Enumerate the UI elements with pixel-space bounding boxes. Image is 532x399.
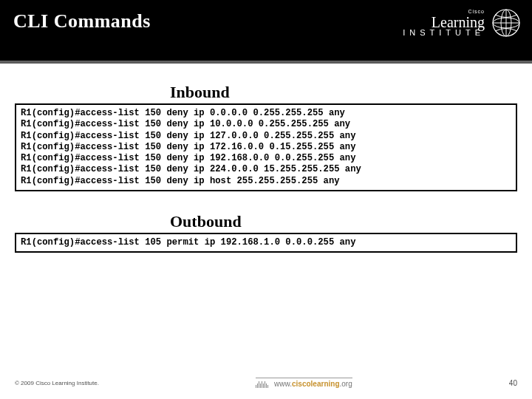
logo-cisco-text: Cisco — [403, 9, 485, 14]
outbound-code-box: R1(config)#access-list 105 permit ip 192… — [15, 233, 517, 253]
page-number: 40 — [509, 379, 517, 387]
slide-footer: © 2009 Cisco Learning Institute. www.cis… — [0, 374, 532, 392]
copyright-text: © 2009 Cisco Learning Institute. — [15, 380, 99, 386]
outbound-heading: Outbound — [170, 212, 517, 231]
code-line: R1(config)#access-list 105 permit ip 192… — [21, 237, 355, 248]
code-line: R1(config)#access-list 150 deny ip 192.1… — [21, 153, 355, 163]
inbound-code-box: R1(config)#access-list 150 deny ip 0.0.0… — [15, 103, 517, 191]
code-line: R1(config)#access-list 150 deny ip host … — [21, 176, 340, 186]
url-www: www. — [274, 380, 292, 388]
code-line: R1(config)#access-list 150 deny ip 224.0… — [21, 164, 361, 174]
globe-icon — [491, 7, 522, 38]
slide-content: Inbound R1(config)#access-list 150 deny … — [0, 64, 532, 253]
slide-title: CLI Commands — [13, 7, 151, 33]
footer-url: www.ciscolearning.org — [256, 378, 352, 388]
inbound-heading: Inbound — [170, 83, 517, 102]
code-line: R1(config)#access-list 150 deny ip 10.0.… — [21, 119, 350, 129]
title-bar: CLI Commands Cisco Learning INSTITUTE — [0, 0, 532, 61]
logo-sub-text: INSTITUTE — [403, 29, 485, 38]
url-domain: ciscolearning — [292, 380, 339, 388]
cisco-bars-icon — [256, 381, 268, 388]
brand-logo: Cisco Learning INSTITUTE — [403, 7, 522, 38]
code-line: R1(config)#access-list 150 deny ip 172.1… — [21, 142, 355, 152]
code-line: R1(config)#access-list 150 deny ip 127.0… — [21, 131, 355, 141]
url-tld: .org — [339, 380, 352, 388]
code-line: R1(config)#access-list 150 deny ip 0.0.0… — [21, 108, 345, 118]
